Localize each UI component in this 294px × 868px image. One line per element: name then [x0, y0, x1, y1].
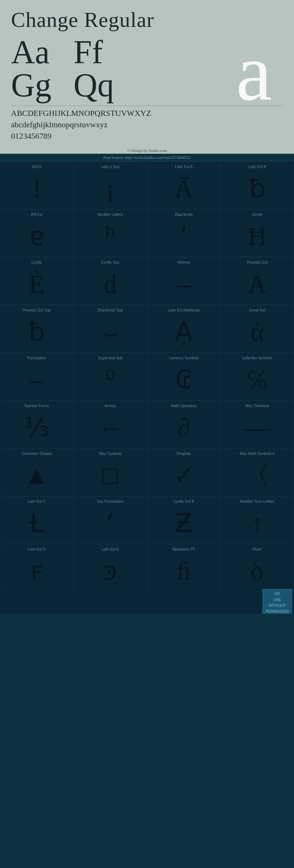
glyph-character: ← [97, 409, 123, 446]
glyph-cell: Hebrew– [147, 257, 220, 305]
glyph-character: ! [32, 170, 41, 207]
glyph-cell: Diacriticalsʻ [147, 209, 220, 257]
glyph-label: Latin Ext D [28, 547, 46, 552]
glyph-character: 〈 [244, 457, 270, 494]
glyph-label: Latin Ext Additional [168, 308, 199, 313]
alphabet-lower: abcdefghijklmnopqrstuvwxyz [11, 119, 283, 131]
glyph-label: Misc Technical [245, 404, 269, 408]
glyph-label: Modifier Letters [98, 213, 123, 217]
glyph-pair-3: Gg [11, 69, 51, 102]
glyph-label: Number Forms [25, 404, 49, 408]
glyph-cell: Dingbats✓ [147, 448, 220, 496]
glyph-label: Cyrillic Ext B [173, 499, 194, 504]
glyph-character: Ā [175, 170, 193, 207]
glyph-label: Geometric Shapes [22, 452, 52, 456]
glyph-cell: Latin Ext Eꜿ [74, 544, 147, 592]
glyph-character: Ạ [175, 313, 193, 351]
glyph-character: Ƚ [30, 505, 44, 542]
glyph-cell: Sup Punctuationʻ [74, 496, 147, 544]
glyph-character: ⁰ [105, 361, 115, 398]
glyph-cell: Misc Symbols□ [74, 448, 147, 496]
glyph-label: Latin Ext C [28, 499, 46, 504]
glyph-character: ƀ [29, 313, 45, 351]
glyph-cell: Geometric Shapes▲ [0, 448, 74, 496]
font-source: Font Source: http://www.fontke.com/font/… [0, 154, 294, 161]
glyph-character: – [31, 361, 43, 398]
glyph-label: Phonetic Ext [247, 260, 268, 265]
glyph-character: □ [103, 457, 118, 494]
glyph-character: – [178, 266, 190, 303]
numbers: 0123456789 [11, 131, 283, 142]
glyph-character: ₢ [176, 361, 192, 398]
watermark-area: NOUSEWITHOUTPERMISSION [0, 592, 294, 614]
glyph-label: Letterlike Symbols [242, 356, 272, 360]
glyph-label: Diacriticals Sup [98, 308, 123, 313]
glyph-character: ﬁ [177, 552, 191, 590]
glyph-cell: Misc Technical— [220, 401, 294, 448]
glyph-label: Arrows [104, 404, 116, 408]
glyph-character: ʰ [105, 218, 115, 255]
glyph-character: Ƶ [175, 505, 193, 542]
glyph-label: IPA Ext [31, 213, 43, 217]
glyph-cell: Alphabetic PFﬁ [147, 544, 220, 592]
glyph-label: Greek [252, 213, 262, 217]
glyph-character: ⅓ [24, 409, 49, 446]
glyph-cell: Punctuation– [0, 353, 74, 401]
glyph-character: ꜰ [31, 552, 43, 590]
glyph-character: — [244, 409, 270, 446]
glyph-label: Latin Ext A [175, 165, 193, 169]
glyph-cell: Latin Ext Bƀ [220, 161, 294, 209]
copyright: © Design by fontke.com [0, 147, 294, 154]
glyph-cell: Musicꝺ [220, 544, 294, 592]
glyph-cell: Modifier Tone Letters↑ [220, 496, 294, 544]
glyph-label: Phonetic Ext Sup [23, 308, 51, 313]
glyph-cell: CyrillicЀ [0, 257, 74, 305]
glyph-label: Dingbats [176, 452, 191, 456]
glyph-label: Greek Ext [249, 308, 265, 313]
glyph-cell: Diacriticals Sup⌣ [74, 305, 147, 353]
glyph-character: ↑ [251, 505, 264, 542]
glyph-label: Currency Symbols [169, 356, 199, 360]
glyph-cell: Misc Math Symbols A〈 [220, 448, 294, 496]
glyph-label: ASCII [32, 165, 42, 169]
glyph-pair-2: Ff [74, 36, 114, 69]
glyph-label: Misc Math Symbols A [240, 452, 275, 456]
glyph-character: ʻ [180, 218, 188, 255]
glyph-label: Punctuation [27, 356, 47, 360]
glyph-cell: Latin 1 Sup¡ [74, 161, 147, 209]
glyph-character: ⌣ [102, 313, 119, 351]
glyph-character: A [248, 266, 267, 303]
glyph-character: ∂ [178, 409, 190, 446]
glyph-character: ꝺ [251, 552, 263, 590]
glyph-cell: Latin Ext Dꜰ [0, 544, 74, 592]
glyph-cell: Arrows← [74, 401, 147, 448]
glyph-character: ¡ [106, 170, 114, 207]
glyph-label: Sup Punctuation [97, 499, 123, 504]
glyph-cell: ASCII! [0, 161, 74, 209]
glyph-label: Modifier Tone Letters [240, 499, 274, 504]
glyph-showcase: Aa Gg Ff Qq a [11, 36, 283, 102]
glyph-cell: Phonetic ExtA [220, 257, 294, 305]
glyph-cell: Cyrillic Supd [74, 257, 147, 305]
glyph-cell: Cyrillic Ext BƵ [147, 496, 220, 544]
glyph-character: ɐ [29, 218, 44, 255]
glyph-character: ꜿ [103, 552, 117, 590]
glyph-cell: Number Forms⅓ [0, 401, 74, 448]
glyph-label: Super And Sub [98, 356, 122, 360]
glyph-cell: GreekĦ [220, 209, 294, 257]
big-letter: a [236, 32, 272, 113]
glyph-grid: ASCII!Latin 1 Sup¡Latin Ext AĀLatin Ext … [0, 161, 294, 614]
glyph-character: ά [251, 313, 264, 351]
glyph-label: Diacriticals [175, 213, 193, 217]
glyph-label: Alphabetic PF [172, 547, 195, 552]
glyph-label: Music [252, 547, 262, 552]
glyph-character: Ħ [248, 218, 267, 255]
glyph-label: Latin Ext E [101, 547, 119, 552]
glyph-label: Latin Ext B [248, 165, 266, 169]
glyph-cell: Latin Ext CȽ [0, 496, 74, 544]
glyph-character: ℅ [247, 361, 268, 398]
glyph-pair-1: Aa [11, 36, 51, 69]
glyph-label: Hebrew [178, 260, 190, 265]
glyph-cell: Greek Extά [220, 305, 294, 353]
glyph-label: Cyrillic [31, 260, 42, 265]
